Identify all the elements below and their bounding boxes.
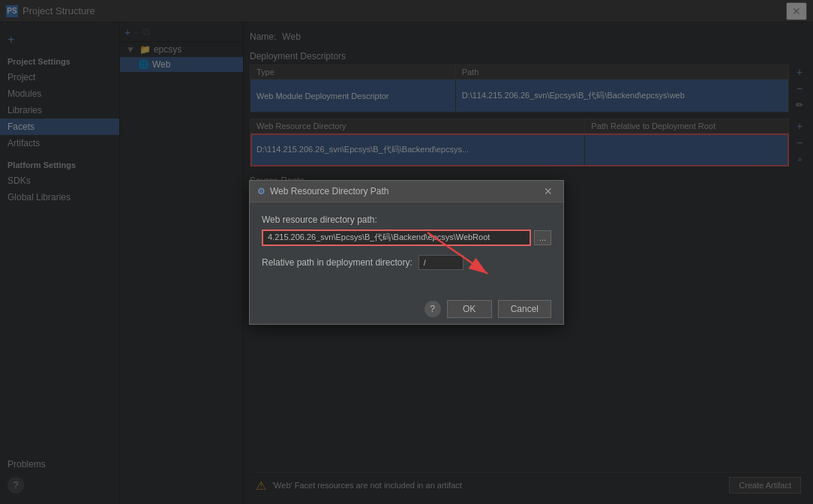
relative-path-row: Relative path in deployment directory: [262,255,551,270]
modal-icon: ⚙ [257,186,266,196]
relative-path-input[interactable] [418,255,464,270]
web-resource-dir-input-row: ... [262,230,551,246]
modal-close-button[interactable]: ✕ [541,185,556,197]
modal-overlay: ⚙ Web Resource Directory Path ✕ Web reso… [0,0,813,504]
modal-ok-button[interactable]: OK [447,300,492,318]
web-resource-dir-input[interactable] [262,230,531,246]
modal-help-button[interactable]: ? [424,301,441,317]
browse-button[interactable]: ... [534,230,551,245]
modal-title-text: Web Resource Directory Path [270,186,389,196]
modal-body: Web resource directory path: ... Relativ… [250,202,563,294]
modal-title: ⚙ Web Resource Directory Path [257,186,389,196]
modal-title-bar: ⚙ Web Resource Directory Path ✕ [250,181,563,202]
modal-dialog: ⚙ Web Resource Directory Path ✕ Web reso… [249,180,564,325]
modal-buttons: ? OK Cancel [250,294,563,324]
relative-path-label: Relative path in deployment directory: [262,257,412,268]
web-resource-dir-path-label: Web resource directory path: [262,214,551,225]
modal-cancel-button[interactable]: Cancel [498,300,551,318]
